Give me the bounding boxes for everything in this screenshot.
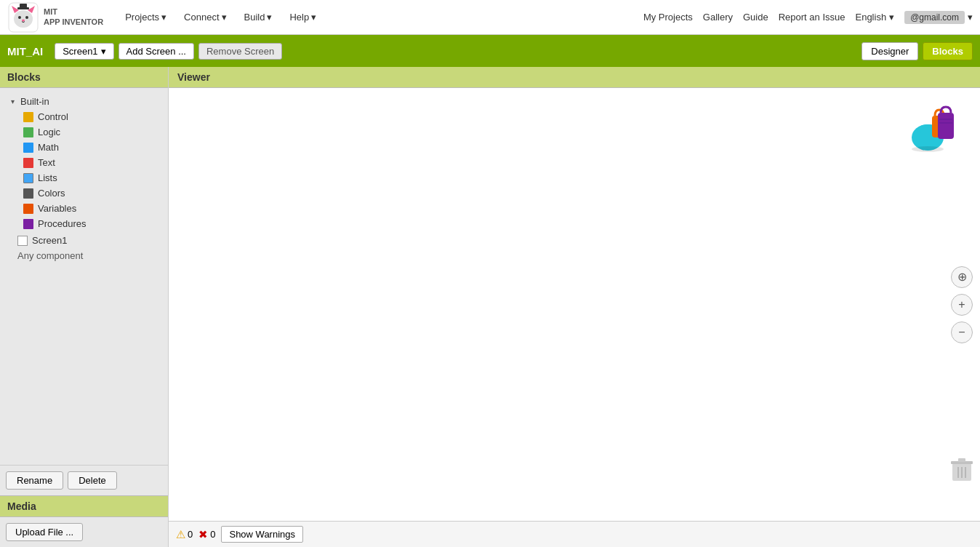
blocks-header: Blocks bbox=[0, 67, 168, 88]
control-icon bbox=[23, 112, 33, 122]
media-header: Media bbox=[0, 496, 168, 517]
variables-item[interactable]: Variables bbox=[17, 201, 168, 216]
text-icon bbox=[23, 158, 33, 168]
colors-label: Colors bbox=[38, 188, 65, 199]
viewer-bags-logo bbox=[906, 101, 958, 153]
built-in-label: Built-in bbox=[20, 96, 49, 107]
remove-screen-button[interactable]: Remove Screen bbox=[198, 43, 282, 60]
delete-button[interactable]: Delete bbox=[68, 471, 117, 490]
language-label: English bbox=[855, 12, 886, 23]
svg-point-4 bbox=[18, 16, 21, 19]
mit-logo-icon bbox=[7, 1, 39, 33]
svg-point-6 bbox=[22, 19, 25, 21]
logo-area: MIT APP INVENTOR bbox=[7, 1, 103, 33]
trash-icon[interactable] bbox=[951, 458, 973, 482]
svg-point-5 bbox=[25, 16, 28, 19]
math-item[interactable]: Math bbox=[17, 140, 168, 155]
project-bar: MIT_AI Screen1 ▾ Add Screen ... Remove S… bbox=[0, 35, 980, 67]
any-component-item[interactable]: Any component bbox=[0, 248, 168, 263]
math-label: Math bbox=[38, 142, 59, 153]
viewer-bottom-bar: ⚠ 0 ✖ 0 Show Warnings bbox=[169, 521, 980, 547]
add-screen-button[interactable]: Add Screen ... bbox=[119, 43, 194, 60]
control-label: Control bbox=[38, 111, 68, 122]
show-warnings-button[interactable]: Show Warnings bbox=[221, 526, 303, 543]
main-layout: Blocks ▾ Built-in Control Logic bbox=[0, 67, 980, 547]
warning-count: 0 bbox=[188, 529, 193, 540]
built-in-toggle: ▾ bbox=[7, 97, 17, 107]
logo-text: MIT APP INVENTOR bbox=[44, 7, 103, 26]
variables-label: Variables bbox=[38, 203, 76, 214]
colors-item[interactable]: Colors bbox=[17, 185, 168, 201]
error-indicator: ✖ 0 bbox=[198, 528, 215, 541]
screen-name-label: Screen1 bbox=[63, 46, 97, 57]
my-projects-link[interactable]: My Projects bbox=[643, 12, 693, 23]
screen1-tree-label: Screen1 bbox=[32, 235, 67, 246]
error-count: 0 bbox=[210, 529, 215, 540]
built-in-items: Control Logic Math Text bbox=[0, 109, 168, 231]
projects-menu[interactable]: Projects ▾ bbox=[118, 9, 174, 25]
logic-item[interactable]: Logic bbox=[17, 124, 168, 140]
sidebar: Blocks ▾ Built-in Control Logic bbox=[0, 67, 169, 547]
upload-file-button[interactable]: Upload File ... bbox=[6, 523, 83, 541]
svg-rect-11 bbox=[938, 113, 954, 139]
trash-area bbox=[951, 458, 973, 484]
blocks-button[interactable]: Blocks bbox=[923, 42, 973, 60]
procedures-label: Procedures bbox=[38, 218, 86, 229]
language-selector[interactable]: English ▾ bbox=[855, 12, 894, 23]
blocks-tree: ▾ Built-in Control Logic Math bbox=[0, 88, 168, 465]
svg-point-14 bbox=[912, 146, 944, 152]
user-email-box: @gmail.com bbox=[904, 11, 965, 24]
warning-icon: ⚠ bbox=[176, 528, 185, 541]
logic-label: Logic bbox=[38, 127, 60, 137]
zoom-out-button[interactable]: − bbox=[951, 322, 973, 343]
svg-point-1 bbox=[14, 10, 33, 28]
lists-item[interactable]: Lists bbox=[17, 170, 168, 185]
colors-icon bbox=[23, 188, 33, 199]
logo-line1: MIT bbox=[44, 7, 103, 17]
viewer-area: Viewer bbox=[169, 67, 980, 547]
viewer-header: Viewer bbox=[169, 67, 980, 88]
guide-link[interactable]: Guide bbox=[743, 12, 768, 23]
report-issue-link[interactable]: Report an Issue bbox=[779, 12, 846, 23]
project-name: MIT_AI bbox=[7, 45, 43, 57]
logic-icon bbox=[23, 127, 33, 137]
media-body: Upload File ... bbox=[0, 517, 168, 547]
screen-arrow: ▾ bbox=[101, 46, 106, 57]
viewer-controls: ⊕ + − bbox=[951, 266, 973, 343]
control-item[interactable]: Control bbox=[17, 109, 168, 124]
screen1-tree-item[interactable]: Screen1 bbox=[0, 233, 168, 248]
lists-icon bbox=[23, 173, 33, 183]
variables-icon bbox=[23, 204, 33, 214]
top-nav: MIT APP INVENTOR Projects ▾ Connect ▾ Bu… bbox=[0, 0, 980, 35]
logo-line2: APP INVENTOR bbox=[44, 17, 103, 27]
nav-menu: Projects ▾ Connect ▾ Build ▾ Help ▾ bbox=[118, 9, 643, 25]
warning-indicator: ⚠ 0 bbox=[176, 528, 193, 541]
nav-right: My Projects Gallery Guide Report an Issu… bbox=[643, 11, 973, 24]
designer-button[interactable]: Designer bbox=[861, 42, 918, 60]
svg-rect-17 bbox=[958, 458, 965, 462]
sidebar-footer: Rename Delete bbox=[0, 465, 168, 495]
language-arrow: ▾ bbox=[889, 12, 894, 23]
screen-selector[interactable]: Screen1 ▾ bbox=[55, 43, 113, 60]
math-icon bbox=[23, 143, 33, 153]
viewer-canvas: ⊕ + − bbox=[169, 88, 980, 521]
text-item[interactable]: Text bbox=[17, 155, 168, 170]
text-label: Text bbox=[38, 157, 55, 168]
build-menu[interactable]: Build ▾ bbox=[237, 9, 280, 25]
user-account[interactable]: @gmail.com ▾ bbox=[904, 11, 973, 24]
center-view-button[interactable]: ⊕ bbox=[951, 266, 973, 288]
lists-label: Lists bbox=[38, 172, 57, 183]
built-in-header[interactable]: ▾ Built-in bbox=[0, 94, 168, 109]
connect-menu[interactable]: Connect ▾ bbox=[177, 9, 233, 25]
help-menu[interactable]: Help ▾ bbox=[282, 9, 324, 25]
screen1-icon bbox=[17, 236, 28, 246]
error-icon: ✖ bbox=[198, 528, 208, 541]
procedures-icon bbox=[23, 219, 33, 229]
procedures-item[interactable]: Procedures bbox=[17, 216, 168, 231]
svg-rect-8 bbox=[20, 4, 27, 9]
built-in-section: ▾ Built-in Control Logic Math bbox=[0, 92, 168, 233]
gallery-link[interactable]: Gallery bbox=[703, 12, 733, 23]
media-section: Media Upload File ... bbox=[0, 495, 168, 547]
rename-button[interactable]: Rename bbox=[6, 471, 63, 490]
zoom-in-button[interactable]: + bbox=[951, 294, 973, 316]
